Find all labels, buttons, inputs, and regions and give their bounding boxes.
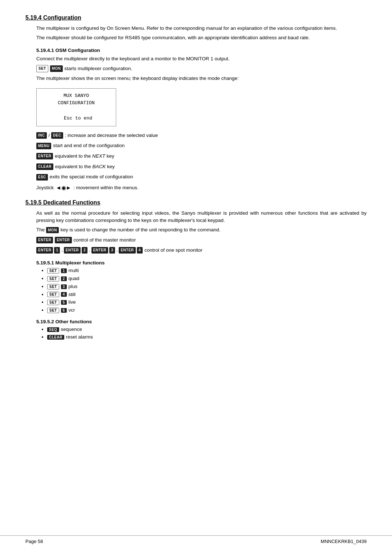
enter-s3: ENTER bbox=[91, 247, 108, 254]
key-enter: ENTER equivalent to the NEXT key bbox=[36, 152, 367, 160]
mux-label-6: vcr bbox=[69, 307, 75, 313]
other-item-2: CLEAR reset alarms bbox=[47, 334, 367, 340]
joystick-icon: ◄◉► bbox=[56, 183, 72, 192]
enter-key: ENTER bbox=[36, 153, 53, 159]
set-key-m6: SET bbox=[47, 308, 59, 313]
set-key-m4: SET bbox=[47, 292, 59, 297]
inc-key: INC bbox=[36, 132, 47, 139]
other-label-1: sequence bbox=[61, 327, 82, 332]
set-key-m1: SET bbox=[47, 268, 59, 274]
next-text: NEXT bbox=[92, 153, 105, 159]
osm-desc2: The multiplexer shows the on screen menu… bbox=[36, 75, 367, 82]
mux-label-5: live bbox=[69, 299, 76, 305]
subsection1-title: 5.19.4.1 OSM Configuration bbox=[36, 48, 367, 53]
screen-line2: CONFIGURATION bbox=[48, 100, 105, 107]
joystick-row: Joystick ◄◉► : movement within the menus… bbox=[36, 183, 367, 192]
spot-monitor-label: control of one spot monitor bbox=[144, 246, 203, 254]
set-key: SET bbox=[36, 65, 48, 72]
mon-key2: MON bbox=[46, 227, 59, 233]
joystick-prefix: Joystick bbox=[36, 185, 55, 190]
mon-key: MON bbox=[50, 65, 63, 72]
screen-line1: MUX SANYO bbox=[48, 92, 105, 100]
num4-key: 4 bbox=[137, 247, 143, 254]
section2-desc2-row: The MON key is used to change the number… bbox=[36, 226, 367, 234]
num3-key: 3 bbox=[109, 247, 115, 254]
mux-item-1: SET 1 multi bbox=[47, 268, 367, 274]
set-key-m2: SET bbox=[47, 276, 59, 281]
screen-line4: Esc to end bbox=[48, 115, 105, 122]
screen-display: MUX SANYO CONFIGURATION Esc to end bbox=[36, 88, 116, 126]
num-key-m5: 5 bbox=[61, 300, 67, 305]
set-key-m5: SET bbox=[47, 300, 59, 305]
enter-key2b: ENTER bbox=[55, 237, 72, 243]
esc-desc: exits the special mode of configuration bbox=[50, 174, 133, 179]
osm-key-row: SET MON starts multiplexer configuration… bbox=[36, 65, 367, 73]
section2-desc2: The bbox=[36, 227, 45, 232]
num-key-m6: 6 bbox=[61, 308, 67, 313]
seq-key: SEQ bbox=[47, 327, 59, 332]
key-esc: ESC exits the special mode of configurat… bbox=[36, 173, 367, 181]
enter-enter-row: ENTER ENTER control of the master monito… bbox=[36, 236, 367, 244]
section-title: 5.19.4 Configuration bbox=[25, 15, 367, 21]
subsection2-title: 5.19.5.1 Multiplexer functions bbox=[36, 260, 367, 266]
set-key-m3: SET bbox=[47, 284, 59, 289]
section-5194: 5.19.4 Configuration The multiplexer is … bbox=[25, 15, 367, 192]
joystick-desc: : movement within the menus. bbox=[73, 185, 138, 190]
osm-desc1: Connect the multiplexer directly to the … bbox=[36, 55, 367, 62]
section2-desc1: As well as the normal procedure for sele… bbox=[36, 210, 367, 224]
footer-page: Page 58 bbox=[25, 539, 43, 544]
other-item-1: SEQ sequence bbox=[47, 327, 367, 332]
esc-key: ESC bbox=[36, 174, 48, 181]
key-clear: CLEAR equivalent to the BACK key bbox=[36, 163, 367, 171]
mux-item-2: SET 2 quad bbox=[47, 276, 367, 281]
num2-key: 2 bbox=[82, 247, 87, 254]
clear-key2: CLEAR bbox=[47, 335, 64, 340]
mux-item-6: SET 6 vcr bbox=[47, 307, 367, 313]
num-key-m3: 3 bbox=[61, 284, 67, 289]
mux-label-1: multi bbox=[69, 268, 79, 273]
spot-monitor-row: ENTER 1 , ENTER 2 , ENTER 3 , ENTER 4 co… bbox=[36, 246, 367, 254]
other-label-2: reset alarms bbox=[66, 334, 93, 340]
mux-label-4: still bbox=[69, 292, 76, 297]
num1-key: 1 bbox=[54, 247, 60, 254]
subsection3-title: 5.19.5.2 Other functions bbox=[36, 319, 367, 324]
key-menu: MENU start and end of the configuration bbox=[36, 142, 367, 150]
enter-s4: ENTER bbox=[119, 247, 135, 254]
other-functions-list: SEQ sequence CLEAR reset alarms bbox=[47, 327, 367, 340]
inc-dec-desc: : increase and decrease the selected val… bbox=[65, 133, 158, 138]
mux-functions-list: SET 1 multi SET 2 quad SET 3 plus SET 4 … bbox=[47, 268, 367, 313]
num-key-m1: 1 bbox=[61, 268, 67, 273]
enter-key2a: ENTER bbox=[36, 237, 53, 243]
enter-enter-label: control of the master monitor bbox=[73, 237, 136, 243]
section-desc1: The multiplexer is configured by On Scre… bbox=[36, 25, 367, 32]
num-key-m2: 2 bbox=[61, 276, 67, 281]
key-inc-dec: INC / DEC : increase and decrease the se… bbox=[36, 131, 367, 139]
back-text: BACK bbox=[93, 164, 106, 169]
section-desc2: The multiplexer should be configured for… bbox=[36, 34, 367, 41]
mux-item-5: SET 5 live bbox=[47, 299, 367, 305]
section2-desc2b: key is used to change the number of the … bbox=[61, 227, 221, 232]
mux-item-4: SET 4 still bbox=[47, 292, 367, 297]
dec-key: DEC bbox=[51, 132, 63, 139]
mux-item-3: SET 3 plus bbox=[47, 284, 367, 289]
section-body: The multiplexer is configured by On Scre… bbox=[36, 25, 367, 192]
mux-label-2: quad bbox=[69, 276, 79, 281]
mux-label-3: plus bbox=[69, 284, 78, 289]
menu-desc: start and end of the configuration bbox=[53, 143, 124, 148]
section-5195: 5.19.5 Dedicated Functions As well as th… bbox=[25, 199, 367, 340]
screen-line3 bbox=[48, 107, 105, 115]
num-key-m4: 4 bbox=[61, 292, 67, 297]
section2-title: 5.19.5 Dedicated Functions bbox=[25, 199, 367, 206]
osm-starts-text: starts multiplexer configuration. bbox=[64, 66, 132, 71]
enter-s1: ENTER bbox=[36, 247, 53, 254]
section2-body: As well as the normal procedure for sele… bbox=[36, 210, 367, 340]
clear-key: CLEAR bbox=[36, 163, 53, 170]
enter-s2: ENTER bbox=[64, 247, 81, 254]
footer-doc: MNNCEKRKB1_0439 bbox=[321, 539, 367, 544]
footer: Page 58 MNNCEKRKB1_0439 bbox=[0, 535, 392, 544]
menu-key: MENU bbox=[36, 143, 51, 149]
